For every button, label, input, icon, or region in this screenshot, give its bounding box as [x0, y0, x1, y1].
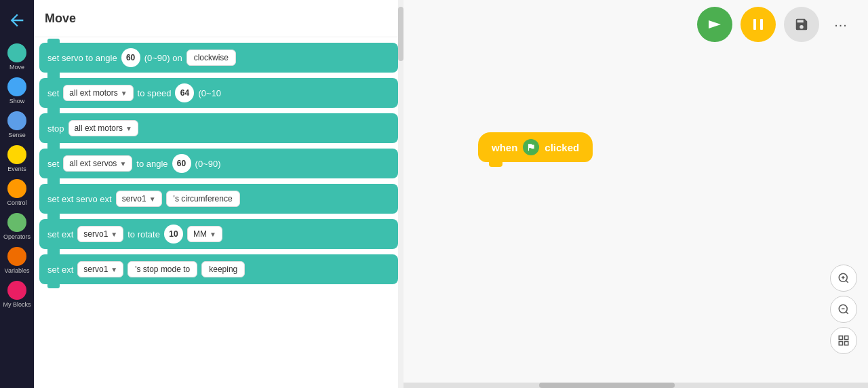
block-pill-circumference[interactable]: 's circumference: [166, 191, 240, 207]
sidebar-label-sense: Sense: [8, 132, 26, 138]
block-text-2b: to speed: [138, 88, 172, 98]
sidebar-item-myblocks[interactable]: My Blocks: [0, 278, 34, 311]
block-pill-clockwise[interactable]: clockwise: [186, 50, 236, 66]
svg-rect-1: [760, 19, 763, 30]
panel-scrollbar-thumb[interactable]: [398, 7, 403, 61]
panel-header: Move: [34, 0, 403, 37]
sidebar: Move Show Sense Events Control Operators…: [0, 0, 34, 388]
block-badge-60b[interactable]: 60: [172, 154, 191, 173]
dropdown-all-ext-motors-stop[interactable]: all ext motors ▼: [68, 120, 138, 136]
sidebar-label-control: Control: [7, 199, 26, 206]
sidebar-item-move[interactable]: Move: [0, 41, 34, 73]
events-dot: [7, 145, 26, 164]
block-set-ext-stop-mode[interactable]: set ext servo1 ▼ 's stop mode to keeping: [39, 254, 398, 284]
block-text-4a: set: [47, 159, 59, 169]
sidebar-label-variables: Variables: [5, 267, 30, 274]
myblocks-dot: [7, 281, 26, 300]
block-badge-10[interactable]: 10: [164, 225, 183, 244]
zoom-out-button[interactable]: [830, 296, 857, 323]
block-text-2a: set: [47, 88, 59, 98]
dropdown-mm[interactable]: MM ▼: [187, 226, 222, 242]
block-text-1b: (0~90) on: [144, 53, 182, 63]
sidebar-item-control[interactable]: Control: [0, 176, 34, 209]
show-dot: [7, 77, 26, 96]
blocks-panel: Move set servo to angle 60 (0~90) on clo…: [34, 0, 403, 388]
dropdown-servo1-rotate[interactable]: servo1 ▼: [77, 226, 123, 242]
block-text-7a: set ext: [47, 265, 73, 275]
dropdown-all-ext-motors-speed[interactable]: all ext motors ▼: [63, 85, 133, 101]
block-stop-ext-motors[interactable]: stop all ext motors ▼: [39, 113, 398, 143]
when-clicked-block[interactable]: when clicked: [478, 132, 593, 162]
canvas-area[interactable]: ··· when clicked: [403, 0, 868, 388]
block-text-1a: set servo to angle: [47, 53, 117, 63]
block-pill-stop-mode: 's stop mode to: [127, 261, 197, 277]
block-text-6b: to rotate: [127, 229, 160, 239]
block-text-5a: set ext servo ext: [47, 194, 112, 204]
block-badge-64[interactable]: 64: [175, 83, 194, 102]
block-set-ext-servos-angle[interactable]: set all ext servos ▼ to angle 60 (0~90): [39, 149, 398, 178]
sidebar-label-myblocks: My Blocks: [3, 301, 31, 308]
block-text-6a: set ext: [47, 229, 73, 239]
variables-dot: [7, 247, 26, 266]
move-dot: [7, 43, 26, 62]
blocks-list: set servo to angle 60 (0~90) on clockwis…: [34, 37, 403, 388]
block-set-ext-rotate[interactable]: set ext servo1 ▼ to rotate 10 MM ▼: [39, 219, 398, 249]
sidebar-label-move: Move: [9, 64, 24, 71]
block-badge-60a[interactable]: 60: [121, 48, 140, 67]
control-dot: [7, 179, 26, 198]
sidebar-label-events: Events: [7, 166, 26, 172]
block-text-4c: (0~90): [195, 159, 221, 169]
sidebar-item-operators[interactable]: Operators: [0, 210, 34, 243]
svg-rect-9: [839, 336, 842, 339]
dropdown-all-ext-servos[interactable]: all ext servos ▼: [63, 155, 132, 172]
save-button[interactable]: [784, 7, 819, 42]
zoom-in-button[interactable]: [830, 265, 857, 292]
svg-rect-11: [839, 342, 842, 345]
block-text-3a: stop: [47, 123, 64, 134]
canvas-hscroll[interactable]: [403, 383, 868, 388]
when-prefix: when: [492, 142, 517, 153]
more-button[interactable]: ···: [827, 7, 854, 42]
canvas-hscroll-thumb[interactable]: [539, 383, 675, 388]
toolbar: ···: [697, 7, 854, 42]
sidebar-item-events[interactable]: Events: [0, 142, 34, 175]
panel-scrollbar[interactable]: [398, 0, 403, 388]
dropdown-servo1-stop[interactable]: servo1 ▼: [77, 261, 123, 277]
pause-button[interactable]: [741, 7, 776, 42]
sidebar-item-sense[interactable]: Sense: [0, 109, 34, 141]
run-button[interactable]: [697, 7, 732, 42]
svg-line-7: [846, 311, 848, 313]
sidebar-item-variables[interactable]: Variables: [0, 244, 34, 277]
zoom-controls: [830, 265, 857, 354]
block-text-4b: to angle: [136, 159, 167, 169]
svg-rect-10: [845, 336, 848, 339]
zoom-fit-button[interactable]: [830, 327, 857, 354]
block-set-ext-servo-circumference[interactable]: set ext servo ext servo1 ▼ 's circumfere…: [39, 184, 398, 214]
block-set-ext-motors-speed[interactable]: set all ext motors ▼ to speed 64 (0~10: [39, 78, 398, 108]
panel-title: Move: [45, 12, 76, 26]
sidebar-item-show[interactable]: Show: [0, 75, 34, 107]
operators-dot: [7, 213, 26, 232]
svg-rect-0: [753, 19, 756, 30]
block-text-2c: (0~10: [198, 88, 221, 98]
svg-rect-12: [845, 342, 848, 345]
block-pill-keeping[interactable]: keeping: [201, 261, 245, 277]
back-button[interactable]: [3, 7, 31, 34]
sidebar-label-show: Show: [9, 98, 25, 104]
sidebar-label-operators: Operators: [3, 233, 31, 240]
svg-line-3: [846, 280, 848, 282]
sense-dot: [7, 111, 26, 130]
dropdown-servo1-circ[interactable]: servo1 ▼: [116, 191, 162, 207]
flag-icon: [523, 139, 539, 155]
block-set-servo-angle[interactable]: set servo to angle 60 (0~90) on clockwis…: [39, 43, 398, 73]
when-suffix: clicked: [545, 142, 579, 153]
